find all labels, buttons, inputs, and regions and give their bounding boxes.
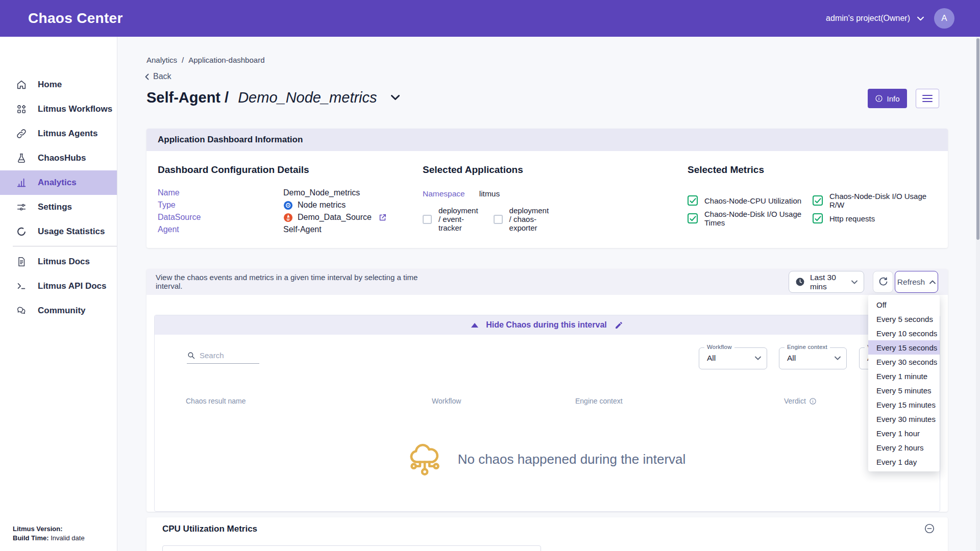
scrollbar-track[interactable] [976, 37, 980, 551]
document-icon [15, 256, 28, 268]
sidebar-item-label: Usage Statistics [38, 227, 105, 237]
dashboard-menu-button[interactable] [916, 89, 939, 108]
checkbox-checked[interactable] [813, 213, 823, 223]
selected-applications-title: Selected Applications [423, 164, 523, 176]
refresh-option-every-15-seconds[interactable]: Every 15 seconds [868, 340, 940, 355]
sidebar-item-label: ChaosHubs [38, 153, 86, 163]
info-button[interactable]: Info [868, 89, 907, 108]
refresh-option-every-30-seconds[interactable]: Every 30 seconds [868, 355, 940, 369]
namespace-value: litmus [479, 189, 500, 198]
sidebar-item-settings[interactable]: Settings [0, 195, 117, 219]
collapse-section-button[interactable] [924, 523, 935, 534]
refresh-option-every-1-day[interactable]: Every 1 day [868, 455, 940, 469]
filter-label: Workflow [704, 344, 734, 350]
config-row-datasource: DataSource Demo_Data_Source [158, 211, 387, 223]
breadcrumb-separator: / [182, 56, 184, 64]
sidebar-item-chaoshubs[interactable]: ChaosHubs [0, 146, 117, 170]
breadcrumb: Analytics / Application-dashboard [146, 56, 264, 64]
refresh-icon [878, 277, 889, 287]
refresh-option-every-1-hour[interactable]: Every 1 hour [868, 426, 940, 440]
refresh-option-every-15-minutes[interactable]: Every 15 minutes [868, 397, 940, 412]
column-header-label: Verdict [784, 397, 806, 405]
hide-chaos-toggle[interactable]: Hide Chaos during this interval [155, 315, 940, 335]
interval-toolbar: View the chaos events and metrics in a g… [146, 269, 948, 295]
time-range-dropdown[interactable]: Last 30 mins [789, 271, 864, 293]
config-details-rows: Name Demo_Node_metrics Type Node metrics… [158, 187, 387, 236]
sidebar-item-community[interactable]: Community [0, 298, 117, 323]
refresh-option-every-5-minutes[interactable]: Every 5 minutes [868, 383, 940, 397]
config-value-text: Node metrics [298, 201, 346, 210]
build-time-label: Build Time: [13, 534, 49, 542]
checkbox-checked[interactable] [688, 213, 698, 223]
checkbox-unchecked[interactable] [494, 215, 503, 224]
chevron-down-icon [755, 356, 761, 360]
back-link[interactable]: Back [145, 72, 172, 81]
prometheus-icon [283, 213, 293, 222]
refresh-option-every-10-seconds[interactable]: Every 10 seconds [868, 326, 940, 340]
dashboard-switcher-chevron-down-icon[interactable] [391, 94, 400, 101]
usage-donut-icon [15, 226, 28, 238]
workflows-icon [15, 103, 28, 115]
empty-message: No chaos happened during the interval [458, 452, 686, 467]
edit-pencil-icon[interactable] [615, 321, 623, 330]
config-value-text: Demo_Data_Source [298, 213, 372, 222]
version-info: Litmus Version: Build Time: Invalid date [13, 524, 85, 543]
column-header-engine-context: Engine context [575, 397, 623, 405]
sidebar-item-usage-statistics[interactable]: Usage Statistics [0, 219, 117, 244]
refresh-option-every-1-minute[interactable]: Every 1 minute [868, 369, 940, 383]
search-field [187, 351, 259, 364]
project-selector[interactable]: admin's project(Owner) [826, 14, 924, 23]
sidebar-primary-nav: Home Litmus Workflows Litmus Agents Chao… [0, 72, 117, 244]
chevron-left-icon [145, 73, 149, 80]
top-bar-right: admin's project(Owner) A [826, 0, 954, 37]
sidebar-item-litmus-agents[interactable]: Litmus Agents [0, 121, 117, 146]
breadcrumb-analytics[interactable]: Analytics [146, 56, 177, 64]
config-label: Agent [158, 225, 283, 234]
workflow-filter[interactable]: Workflow All [699, 347, 767, 369]
avatar[interactable]: A [934, 8, 954, 29]
sidebar-item-litmus-workflows[interactable]: Litmus Workflows [0, 97, 117, 121]
refresh-interval-dropdown[interactable]: Refresh [895, 271, 938, 293]
namespace-label: Namespace [423, 189, 465, 198]
scrollbar-thumb[interactable] [976, 38, 979, 240]
checkbox-checked[interactable] [813, 195, 823, 206]
sidebar-divider [13, 246, 117, 246]
hamburger-icon [922, 94, 933, 103]
checkbox-checked[interactable] [688, 195, 698, 206]
verdict-info-icon[interactable] [809, 397, 817, 405]
checkbox-label: Chaos-Node-Disk I/O Usage Times [704, 210, 813, 227]
sidebar-item-analytics[interactable]: Analytics [0, 170, 117, 195]
link-icon [15, 128, 28, 140]
sidebar-item-home[interactable]: Home [0, 72, 117, 97]
sidebar-item-litmus-docs[interactable]: Litmus Docs [0, 249, 117, 274]
panel-header: Application Dashboard Information [146, 129, 948, 151]
checkbox-unchecked[interactable] [423, 215, 432, 224]
sidebar-item-label: Litmus API Docs [38, 281, 106, 291]
chevron-down-icon [835, 356, 841, 360]
sidebar-item-litmus-api-docs[interactable]: Litmus API Docs [0, 274, 117, 298]
refresh-option-every-5-seconds[interactable]: Every 5 seconds [868, 312, 940, 326]
chat-bubbles-icon [15, 305, 28, 317]
hide-chaos-label: Hide Chaos during this interval [486, 320, 606, 330]
filter-value: All [707, 354, 716, 363]
config-details-title: Dashboard Configuration Details [158, 164, 309, 176]
config-row-type: Type Node metrics [158, 199, 387, 211]
engine-context-filter[interactable]: Engine context All [779, 347, 847, 369]
search-input[interactable] [200, 351, 259, 360]
config-value: Demo_Node_metrics [283, 188, 360, 197]
sidebar-item-label: Settings [38, 202, 72, 212]
node-metrics-icon [283, 201, 293, 210]
refresh-option-off[interactable]: Off [868, 297, 940, 312]
refresh-now-button[interactable] [873, 271, 893, 293]
refresh-button-label: Refresh [897, 278, 925, 287]
refresh-option-every-30-minutes[interactable]: Every 30 minutes [868, 412, 940, 426]
refresh-option-every-2-hours[interactable]: Every 2 hours [868, 440, 940, 455]
checkbox-label: Chaos-Node-CPU Utilization [704, 196, 801, 205]
metric-checkbox-http-requests: Http requests [813, 210, 938, 227]
build-time-value: Invalid date [51, 534, 85, 542]
external-link-icon[interactable] [378, 213, 387, 222]
column-header-verdict: Verdict [784, 397, 817, 405]
config-value: Self-Agent [283, 225, 322, 234]
project-label: admin's project(Owner) [826, 14, 910, 23]
top-bar: Chaos Center admin's project(Owner) A [0, 0, 980, 37]
